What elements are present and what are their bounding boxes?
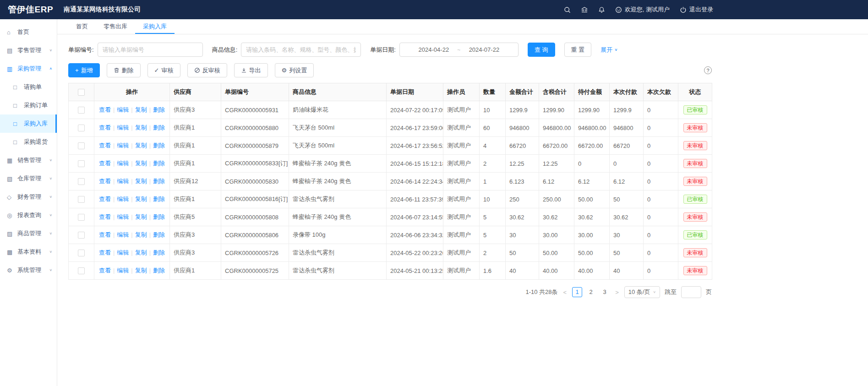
tab-home[interactable]: 首页 <box>68 19 96 34</box>
sidebar-item-report-query[interactable]: ◎报表查询∨ <box>0 206 57 224</box>
copy-link[interactable]: 复制 <box>135 160 147 167</box>
row-select-cell <box>69 208 94 226</box>
view-link[interactable]: 查看 <box>99 124 111 131</box>
sidebar-item-finance-mgmt[interactable]: ◇财务管理∨ <box>0 188 57 206</box>
edit-link[interactable]: 编辑 <box>117 267 129 274</box>
copy-link[interactable]: 复制 <box>135 231 147 238</box>
delete-button[interactable]: 删除 <box>107 63 141 77</box>
delete-link[interactable]: 删除 <box>153 106 165 113</box>
divider: | <box>131 142 132 149</box>
audit-button[interactable]: ✓ 审核 <box>147 63 180 77</box>
delete-link[interactable]: 删除 <box>153 196 165 202</box>
view-link[interactable]: 查看 <box>99 267 111 274</box>
sidebar-item-retail-mgmt[interactable]: ▤零售管理∨ <box>0 41 57 60</box>
row-checkbox[interactable] <box>78 214 85 221</box>
delete-link[interactable]: 删除 <box>153 160 165 167</box>
edit-link[interactable]: 编辑 <box>117 231 129 238</box>
date-start-input[interactable] <box>412 46 455 53</box>
divider: | <box>149 178 151 185</box>
view-link[interactable]: 查看 <box>99 213 111 220</box>
edit-link[interactable]: 编辑 <box>117 124 129 131</box>
column-settings-button[interactable]: ⚙ 列设置 <box>275 63 314 77</box>
product-info-input[interactable] <box>241 43 361 57</box>
select-all-checkbox[interactable] <box>78 89 85 96</box>
reset-button[interactable]: 重 置 <box>564 43 592 57</box>
copy-link[interactable]: 复制 <box>135 249 147 256</box>
page-button-1[interactable]: 1 <box>572 287 582 297</box>
bill-no-input[interactable] <box>98 43 203 57</box>
view-link[interactable]: 查看 <box>99 160 111 167</box>
expand-link[interactable]: 展开 ∨ <box>601 46 617 54</box>
sidebar-item-purchase-inbound[interactable]: □采购入库 <box>0 114 57 133</box>
row-checkbox[interactable] <box>78 142 85 149</box>
copy-link[interactable]: 复制 <box>135 267 147 274</box>
date-end-input[interactable] <box>462 46 506 53</box>
view-link[interactable]: 查看 <box>99 231 111 238</box>
sidebar-item-purchase-order[interactable]: □采购订单 <box>0 96 57 114</box>
chevron-down-icon: ∨ <box>614 48 617 52</box>
sidebar-item-system-mgmt[interactable]: ⚙系统管理∨ <box>0 261 57 279</box>
tab-purchase-inbound[interactable]: 采购入库 <box>135 19 175 34</box>
add-button[interactable]: + 新增 <box>68 63 100 77</box>
sidebar-item-purchase-request[interactable]: □请购单 <box>0 78 57 96</box>
row-checkbox[interactable] <box>78 232 85 239</box>
welcome-user[interactable]: 欢迎您, 测试用户 <box>615 5 670 14</box>
search-button[interactable]: 查 询 <box>528 43 555 57</box>
view-link[interactable]: 查看 <box>99 196 111 202</box>
copy-link[interactable]: 复制 <box>135 142 147 149</box>
page-size-select[interactable]: 10 条/页 ∨ <box>624 286 660 298</box>
sidebar-item-goods-mgmt[interactable]: ▨商品管理∨ <box>0 224 57 243</box>
edit-link[interactable]: 编辑 <box>117 160 129 167</box>
delete-link[interactable]: 删除 <box>153 213 165 220</box>
prev-page-button[interactable]: < <box>562 289 568 296</box>
page-button-2[interactable]: 2 <box>586 287 596 297</box>
sidebar-item-purchase-mgmt[interactable]: ▥采购管理∧ <box>0 60 57 78</box>
jump-input[interactable] <box>681 286 701 298</box>
unaudit-button[interactable]: 反审核 <box>187 63 227 77</box>
row-checkbox[interactable] <box>78 125 85 131</box>
page-button-3[interactable]: 3 <box>600 287 610 297</box>
next-page-button[interactable]: > <box>614 289 620 296</box>
sidebar-item-warehouse-mgmt[interactable]: ▧仓库管理∨ <box>0 169 57 188</box>
date-range-picker[interactable]: ~ <box>399 43 519 57</box>
bell-icon[interactable] <box>598 6 605 13</box>
delete-link[interactable]: 删除 <box>153 231 165 238</box>
row-checkbox[interactable] <box>78 107 85 114</box>
copy-link[interactable]: 复制 <box>135 213 147 220</box>
edit-link[interactable]: 编辑 <box>117 249 129 256</box>
export-button[interactable]: 导出 <box>234 63 268 77</box>
edit-link[interactable]: 编辑 <box>117 142 129 149</box>
sidebar-item-home[interactable]: ⌂首页 <box>0 23 57 41</box>
delete-link[interactable]: 删除 <box>153 124 165 131</box>
view-link[interactable]: 查看 <box>99 106 111 113</box>
divider: | <box>149 213 151 220</box>
edit-link[interactable]: 编辑 <box>117 213 129 220</box>
edit-link[interactable]: 编辑 <box>117 106 129 113</box>
search-icon[interactable] <box>564 6 571 13</box>
row-checkbox[interactable] <box>78 196 85 203</box>
row-checkbox[interactable] <box>78 267 85 274</box>
sidebar-item-basic-data[interactable]: ▩基本资料∨ <box>0 243 57 261</box>
bank-icon[interactable] <box>581 6 588 13</box>
sidebar-item-purchase-return[interactable]: □采购退货 <box>0 133 57 151</box>
help-icon[interactable]: ? <box>704 66 712 74</box>
sidebar-item-sales-mgmt[interactable]: ▦销售管理∨ <box>0 151 57 169</box>
copy-link[interactable]: 复制 <box>135 106 147 113</box>
view-link[interactable]: 查看 <box>99 178 111 185</box>
tab-retail-outbound[interactable]: 零售出库 <box>96 19 135 34</box>
delete-link[interactable]: 删除 <box>153 249 165 256</box>
row-checkbox[interactable] <box>78 250 85 256</box>
copy-link[interactable]: 复制 <box>135 196 147 202</box>
delete-link[interactable]: 删除 <box>153 142 165 149</box>
row-checkbox[interactable] <box>78 178 85 185</box>
delete-link[interactable]: 删除 <box>153 178 165 185</box>
row-checkbox[interactable] <box>78 160 85 167</box>
delete-link[interactable]: 删除 <box>153 267 165 274</box>
edit-link[interactable]: 编辑 <box>117 196 129 202</box>
logout-button[interactable]: 退出登录 <box>680 5 713 14</box>
view-link[interactable]: 查看 <box>99 142 111 149</box>
copy-link[interactable]: 复制 <box>135 124 147 131</box>
edit-link[interactable]: 编辑 <box>117 178 129 185</box>
copy-link[interactable]: 复制 <box>135 178 147 185</box>
view-link[interactable]: 查看 <box>99 249 111 256</box>
